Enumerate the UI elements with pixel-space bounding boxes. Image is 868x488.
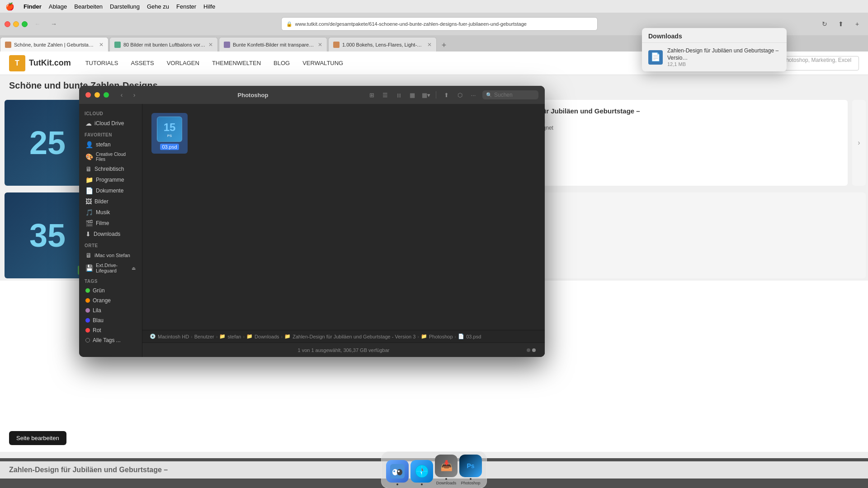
menubar-bearbeiten[interactable]: Bearbeiten	[74, 3, 103, 10]
lila-tag-dot	[85, 308, 90, 313]
apple-menu[interactable]: 🍎	[5, 2, 14, 11]
sidebar-item-ext-drive[interactable]: 💾 Ext.Drive-Lifeguard ⏏	[81, 261, 140, 275]
sidebar-item-stefan[interactable]: 👤 stefan	[81, 139, 140, 150]
menubar-fenster[interactable]: Fenster	[176, 3, 196, 10]
sidebar-imac-label: iMac von Stefan	[94, 253, 130, 258]
view-icon-grid[interactable]: ⊞	[366, 89, 377, 100]
sidebar-item-filme[interactable]: 🎬 Filme	[81, 218, 140, 229]
sidebar-item-blau[interactable]: Blau	[81, 315, 140, 325]
finder-forward-btn[interactable]: ›	[129, 89, 140, 100]
sidebar-item-downloads[interactable]: ⬇ Downloads	[81, 229, 140, 239]
back-button[interactable]: ←	[31, 18, 44, 30]
nav-verwaltung[interactable]: VERWALTUNG	[297, 57, 349, 69]
sidebar-item-musik[interactable]: 🎵 Musik	[81, 207, 140, 218]
sidebar-item-schreibtisch[interactable]: 🖥 Schreibtisch	[81, 164, 140, 174]
nav-tutorials[interactable]: TUTORIALS	[80, 57, 124, 69]
finder-search[interactable]: 🔍	[482, 90, 538, 99]
downloads-header: Downloads	[642, 28, 787, 43]
menubar-ablage[interactable]: Ablage	[49, 3, 67, 10]
dock-item-photoshop[interactable]: Ps Photoshop	[459, 455, 482, 485]
photoshop-dock-dot	[470, 478, 472, 480]
menubar-darstellung[interactable]: Darstellung	[110, 3, 140, 10]
sidebar-item-rot[interactable]: Rot	[81, 325, 140, 335]
tag-icon[interactable]: ⬡	[454, 89, 465, 100]
status-text: 1 von 1 ausgewählt, 306,37 GB verfügbar	[297, 347, 389, 353]
sidebar-item-bilder[interactable]: 🖼 Bilder	[81, 196, 140, 207]
tab-2[interactable]: 80 Bilder mit bunten Luftbalons vor tran…	[109, 37, 218, 52]
path-stefan[interactable]: 📁 stefan	[219, 333, 241, 339]
path-downloads[interactable]: 📁 Downloads	[246, 333, 279, 339]
nav-assets[interactable]: ASSETS	[125, 57, 159, 69]
tab-close-1[interactable]: ✕	[99, 42, 104, 48]
nav-vorlagen[interactable]: VORLAGEN	[161, 57, 205, 69]
menubar-hilfe[interactable]: Hilfe	[203, 3, 215, 10]
psd-file-icon: 15 PS	[157, 117, 182, 142]
finder-search-input[interactable]	[494, 92, 535, 98]
sidebar-dokumente-label: Dokumente	[96, 188, 123, 194]
nav-blog[interactable]: BLOG	[268, 57, 295, 69]
tab-close-3[interactable]: ✕	[318, 42, 322, 48]
sidebar-item-creative-cloud[interactable]: 🎨 Creative Cloud Files	[81, 150, 140, 164]
eject-icon[interactable]: ⏏	[132, 266, 136, 271]
sidebar-item-icloud-drive[interactable]: ☁ iCloud Drive	[81, 118, 140, 129]
finder-maximize[interactable]	[104, 92, 109, 98]
forward-button[interactable]: →	[47, 18, 60, 30]
address-bar[interactable]: 🔒 www.tutkit.com/de/gesamtpakete/614-sch…	[281, 17, 598, 31]
share-icon[interactable]: ⬆	[441, 89, 452, 100]
menubar-finder[interactable]: Finder	[24, 3, 42, 10]
new-tab-button[interactable]: +	[438, 39, 450, 52]
finder-close[interactable]	[85, 92, 91, 98]
tab-favicon-1	[5, 42, 11, 48]
download-size: 12,1 MB	[667, 61, 780, 67]
path-benutzer[interactable]: Benutzer	[194, 334, 214, 339]
finder-pathbar: 💿 Macintosh HD › Benutzer › 📁 stefan › 📁…	[142, 330, 545, 343]
file-item-psd[interactable]: 15 PS 03.psd	[151, 113, 188, 154]
minimize-button[interactable]	[13, 21, 19, 27]
view-icon-column[interactable]: ⫼	[393, 89, 404, 100]
tab-favicon-3	[224, 42, 230, 48]
path-file[interactable]: 📄 03.psd	[458, 333, 481, 339]
more-icon[interactable]: ···	[468, 89, 479, 100]
sidebar-item-orange[interactable]: Orange	[81, 296, 140, 305]
view-icon-list[interactable]: ☰	[380, 89, 391, 100]
sidebar-item-alle-tags[interactable]: Alle Tags ...	[81, 335, 140, 345]
finder-minimize[interactable]	[94, 92, 100, 98]
path-sep-3: ›	[243, 334, 245, 339]
sidebar-item-dokumente[interactable]: 📄 Dokumente	[81, 185, 140, 196]
path-photoshop[interactable]: 📁 Photoshop	[421, 333, 453, 339]
reload-button[interactable]: ↻	[818, 18, 831, 30]
view-options-btn[interactable]: ▦▾	[420, 89, 431, 100]
sidebar-item-programme[interactable]: 📁 Programme	[81, 174, 140, 185]
path-benutzer-label: Benutzer	[194, 334, 214, 339]
tab-3[interactable]: Bunte Konfetti-Bilder mit transparentem …	[219, 37, 327, 52]
sidebar-item-gruen[interactable]: Grün	[81, 286, 140, 296]
finder-back-btn[interactable]: ‹	[116, 89, 127, 100]
view-icon-gallery[interactable]: ▦	[407, 89, 418, 100]
maximize-button[interactable]	[22, 21, 28, 27]
path-sep-1: ›	[191, 334, 193, 339]
sidebar-favorites-label: Favoriten	[79, 129, 142, 139]
menubar-gehe-zu[interactable]: Gehe zu	[147, 3, 169, 10]
tab-1[interactable]: Schöne, bunte Zahlen | Geburtstag, Jubil…	[0, 37, 108, 52]
tab-4[interactable]: 1.000 Bokehs, Lens-Flares, Light-Leaks: …	[328, 37, 437, 52]
path-macintosh[interactable]: 💿 Macintosh HD	[150, 333, 189, 339]
photoshop-dock-icon: Ps	[459, 455, 482, 477]
traffic-lights	[5, 21, 28, 27]
tab-close-2[interactable]: ✕	[208, 42, 213, 48]
close-button[interactable]	[5, 21, 10, 27]
sidebar-item-imac[interactable]: 🖥 iMac von Stefan	[81, 250, 140, 261]
dock-item-safari[interactable]	[410, 460, 433, 485]
download-item[interactable]: 📄 Zahlen-Design für Jubiläen und Geburts…	[642, 43, 787, 71]
add-tab-button[interactable]: +	[851, 18, 863, 30]
tab-close-4[interactable]: ✕	[427, 42, 432, 48]
nav-themenwelten[interactable]: THEMENWELTEN	[207, 57, 266, 69]
folder-icon-stefan: 📁	[219, 333, 226, 339]
share-button[interactable]: ⬆	[835, 18, 847, 30]
dock-item-finder[interactable]	[386, 460, 409, 485]
dock-item-downloads-folder[interactable]: 📥 Downloads	[435, 455, 458, 485]
edit-page-button[interactable]: Seite bearbeiten	[9, 431, 66, 445]
finder-dock-icon	[386, 460, 409, 483]
sidebar-item-lila[interactable]: Lila	[81, 305, 140, 315]
zoom-dot-left	[527, 348, 530, 352]
path-zahlen-design[interactable]: 📁 Zahlen-Design für Jubiläen und Geburts…	[284, 333, 415, 339]
